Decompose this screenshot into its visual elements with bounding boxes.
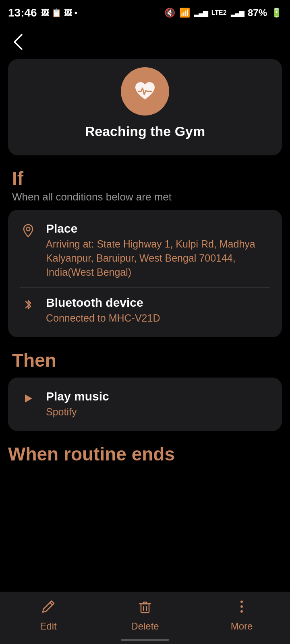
photo2-icon: 🖼: [64, 8, 72, 18]
mute-icon: 🔇: [164, 8, 175, 18]
if-title: If: [12, 167, 278, 189]
lte-icon: LTE2: [211, 9, 227, 17]
bluetooth-icon: [20, 297, 36, 312]
play-music-action[interactable]: Play music Spotify: [8, 382, 282, 427]
routine-card: Reaching the Gym: [8, 59, 282, 155]
place-condition[interactable]: Place Arriving at: State Highway 1, Kulp…: [8, 214, 282, 287]
delete-nav-item[interactable]: Delete: [97, 599, 193, 632]
then-section-header: Then: [8, 349, 282, 371]
svg-rect-2: [141, 604, 149, 613]
place-content: Place Arriving at: State Highway 1, Kulp…: [46, 222, 270, 279]
more-nav-item[interactable]: More: [193, 599, 290, 632]
play-icon: [20, 391, 36, 406]
routine-title: Reaching the Gym: [85, 124, 205, 139]
home-indicator: [121, 639, 169, 641]
if-section-header: If When all conditions below are met: [8, 167, 282, 203]
heart-rate-icon: [133, 79, 157, 103]
then-section: Then Play music Spotify: [8, 349, 282, 431]
svg-point-3: [240, 601, 243, 603]
edit-label: Edit: [40, 621, 56, 632]
wifi-icon: 📶: [179, 8, 190, 18]
bluetooth-name: Bluetooth device: [46, 296, 270, 310]
photo-icon: 🖼: [41, 8, 49, 18]
when-ends-title: When routine ends: [8, 443, 282, 465]
battery-text: 87%: [248, 7, 267, 19]
bluetooth-content: Bluetooth device Connected to MHC-V21D: [46, 296, 270, 325]
actions-card: Play music Spotify: [8, 378, 282, 431]
if-subtitle: When all conditions below are met: [12, 191, 278, 203]
delete-icon: [137, 599, 153, 618]
document-icon: 📋: [52, 8, 62, 18]
status-bar: 13:46 🖼 📋 🖼 • 🔇 📶 ▂▄▆ LTE2 ▂▄▆ 87% 🔋: [0, 0, 290, 24]
back-button[interactable]: [0, 24, 290, 59]
delete-label: Delete: [131, 621, 159, 632]
place-detail: Arriving at: State Highway 1, Kulpi Rd, …: [46, 237, 270, 279]
edit-nav-item[interactable]: Edit: [0, 599, 97, 632]
signal-icon: ▂▄▆: [194, 9, 207, 17]
battery-icon: 🔋: [271, 8, 282, 18]
place-name: Place: [46, 222, 270, 235]
bluetooth-condition[interactable]: Bluetooth device Connected to MHC-V21D: [8, 288, 282, 333]
more-label: More: [231, 621, 253, 632]
bottom-nav: Edit Delete More: [0, 592, 290, 644]
more-icon: [234, 599, 250, 618]
when-ends-section: When routine ends: [8, 443, 282, 475]
edit-icon: [40, 599, 56, 618]
status-icons: 🖼 📋 🖼 •: [41, 8, 77, 18]
svg-point-5: [240, 610, 243, 613]
svg-point-4: [240, 605, 243, 608]
svg-marker-1: [25, 394, 32, 402]
conditions-card: Place Arriving at: State Highway 1, Kulp…: [8, 210, 282, 337]
svg-point-0: [27, 227, 30, 231]
play-music-name: Play music: [46, 390, 270, 403]
status-left: 13:46 🖼 📋 🖼 •: [8, 6, 77, 19]
signal2-icon: ▂▄▆: [231, 9, 244, 17]
play-music-detail: Spotify: [46, 405, 270, 419]
main-content: Reaching the Gym If When all conditions …: [0, 59, 290, 540]
dot-indicator: •: [75, 8, 77, 18]
place-icon: [20, 223, 36, 238]
then-title: Then: [12, 349, 278, 371]
status-time: 13:46: [8, 6, 37, 19]
routine-icon-circle: [121, 67, 169, 116]
play-music-content: Play music Spotify: [46, 390, 270, 419]
status-right: 🔇 📶 ▂▄▆ LTE2 ▂▄▆ 87% 🔋: [164, 7, 282, 19]
bluetooth-detail: Connected to MHC-V21D: [46, 311, 270, 325]
